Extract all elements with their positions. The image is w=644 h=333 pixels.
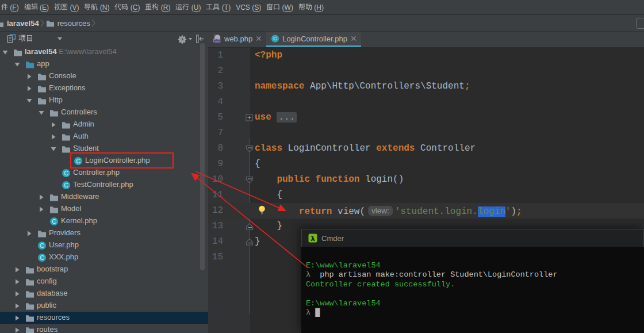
php-class-icon bbox=[37, 241, 47, 250]
tree-item-config[interactable]: config bbox=[0, 275, 208, 288]
menu-item-4[interactable]: (C) bbox=[112, 3, 143, 12]
tab-close-icon[interactable] bbox=[256, 36, 262, 41]
tree-item-testcontroller-php[interactable]: TestController.php bbox=[0, 179, 208, 191]
project-view-dropdown-caret[interactable] bbox=[57, 37, 62, 40]
php-file-icon bbox=[213, 34, 221, 43]
fold-marker-up[interactable] bbox=[246, 223, 254, 230]
tree-collapsed-icon[interactable] bbox=[50, 121, 57, 128]
cmder-terminal-output[interactable]: E:\www\laravel54λ php artisan make:contr… bbox=[301, 247, 644, 333]
tree-expanded-icon[interactable] bbox=[14, 61, 21, 68]
tree-item-public[interactable]: public bbox=[0, 300, 208, 312]
tree-item-app[interactable]: app bbox=[0, 58, 208, 70]
fold-marker-plus[interactable] bbox=[246, 114, 254, 121]
fold-marker-down[interactable] bbox=[246, 176, 254, 183]
code-line-4[interactable]: 4 bbox=[208, 94, 644, 110]
tree-item-label: public bbox=[37, 301, 56, 309]
menu-item-8[interactable]: VCS (S) bbox=[233, 3, 264, 12]
menu-item-9[interactable]: (W) bbox=[264, 3, 296, 12]
tree-item-http[interactable]: Http bbox=[0, 94, 208, 106]
tree-collapsed-icon[interactable] bbox=[14, 290, 21, 297]
tree-collapsed-icon[interactable] bbox=[14, 327, 21, 333]
breadcrumb-item[interactable]: laravel54 bbox=[0, 19, 39, 28]
project-panel-title[interactable] bbox=[18, 35, 33, 43]
menu-item-5[interactable]: (R) bbox=[143, 3, 173, 12]
cmder-title-bar[interactable]: Cmder bbox=[301, 229, 644, 247]
tree-item-resources[interactable]: resources bbox=[0, 312, 208, 324]
tree-collapsed-icon[interactable] bbox=[14, 278, 21, 285]
hide-panel-icon[interactable] bbox=[195, 35, 204, 43]
gear-icon[interactable] bbox=[178, 35, 187, 44]
editor-tab-logincontroller-php[interactable]: LoginController.php bbox=[266, 32, 361, 47]
code-line-11[interactable]: 11 { bbox=[208, 187, 644, 203]
tree-item-laravel54[interactable]: laravel54 E:\www\laravel54 bbox=[0, 46, 208, 58]
menu-item-3[interactable]: (N) bbox=[82, 3, 112, 12]
tree-item-model[interactable]: Model bbox=[0, 203, 208, 215]
code-line-12[interactable]: 12 return view(view:'student.login.login… bbox=[208, 203, 644, 219]
code-line-2[interactable]: 2 bbox=[208, 63, 644, 79]
fold-marker-up[interactable] bbox=[246, 238, 254, 246]
code-line-3[interactable]: 3namespace App\Http\Controllers\Student; bbox=[208, 79, 644, 94]
code-line-7[interactable]: 7 bbox=[208, 125, 644, 141]
tree-item-label: Controller.php bbox=[73, 168, 120, 177]
tree-expanded-icon[interactable] bbox=[50, 146, 57, 152]
code-line-1[interactable]: 1<?php bbox=[208, 48, 644, 63]
breadcrumb-item[interactable]: resources bbox=[46, 19, 90, 28]
gear-dropdown-caret[interactable] bbox=[189, 38, 192, 40]
tree-expanded-icon[interactable] bbox=[26, 97, 33, 104]
tree-item-bootstrap[interactable]: bootstrap bbox=[0, 263, 208, 275]
code-line-9[interactable]: 9{ bbox=[208, 156, 644, 172]
tree-item-kernel-php[interactable]: Kernel.php bbox=[0, 215, 208, 227]
menu-item-10[interactable]: (H) bbox=[296, 3, 326, 12]
code-text: namespace App\Http\Controllers\Student; bbox=[255, 79, 470, 94]
tree-item-console[interactable]: Console bbox=[0, 70, 208, 82]
tree-collapsed-icon[interactable] bbox=[50, 133, 57, 140]
code-line-10[interactable]: 10 public function login() bbox=[208, 172, 644, 187]
folder-icon bbox=[37, 96, 47, 105]
tree-collapsed-icon[interactable] bbox=[14, 315, 21, 321]
tree-item-controller-php[interactable]: Controller.php bbox=[0, 167, 208, 179]
tree-collapsed-icon[interactable] bbox=[26, 73, 33, 80]
code-text: <?php bbox=[255, 48, 282, 63]
tree-item-controllers[interactable]: Controllers bbox=[0, 106, 208, 118]
tab-close-icon[interactable] bbox=[351, 36, 356, 41]
tree-item-label: bootstrap bbox=[37, 265, 68, 273]
tree-item-exceptions[interactable]: Exceptions bbox=[0, 82, 208, 94]
tree-item-database[interactable]: database bbox=[0, 288, 208, 300]
menu-item-0[interactable]: (F) bbox=[0, 3, 21, 12]
tree-collapsed-icon[interactable] bbox=[38, 194, 45, 201]
cmder-logo-icon bbox=[308, 234, 317, 243]
tree-item-providers[interactable]: Providers bbox=[0, 227, 208, 239]
editor-tab-web-php[interactable]: web.php bbox=[208, 32, 266, 47]
php-class-icon bbox=[74, 156, 83, 166]
tree-collapsed-icon[interactable] bbox=[14, 266, 21, 273]
line-number: 12 bbox=[208, 203, 223, 219]
tree-item-label: Http bbox=[49, 95, 63, 104]
menu-item-6[interactable]: (U) bbox=[173, 3, 204, 12]
code-text: return view(view:'student.login.login'); bbox=[255, 203, 522, 220]
menu-item-2[interactable]: (V) bbox=[52, 3, 82, 12]
menu-item-7[interactable]: (T) bbox=[204, 3, 233, 12]
tree-item-user-php[interactable]: User.php bbox=[0, 239, 208, 251]
tree-collapsed-icon[interactable] bbox=[38, 206, 45, 213]
tree-item-logincontroller-php[interactable]: LoginController.php bbox=[0, 155, 208, 167]
code-text: use ... bbox=[255, 110, 297, 125]
tree-item-middleware[interactable]: Middleware bbox=[0, 191, 208, 203]
tree-item-xxx-php[interactable]: XXX.php bbox=[0, 251, 208, 263]
terminal-text: Controller created successfully. bbox=[306, 280, 455, 289]
menu-item-1[interactable]: (E) bbox=[21, 3, 51, 12]
tree-collapsed-icon[interactable] bbox=[26, 85, 33, 92]
toolbar-button-fragment[interactable] bbox=[636, 18, 644, 29]
tree-collapsed-icon[interactable] bbox=[14, 303, 21, 309]
tree-item-routes[interactable]: routes bbox=[0, 324, 208, 333]
code-line-8[interactable]: 8class LoginController extends Controlle… bbox=[208, 141, 644, 156]
tree-expanded-icon[interactable] bbox=[2, 49, 9, 56]
tree-item-student[interactable]: Student bbox=[0, 143, 208, 155]
code-line-5[interactable]: 5use ... bbox=[208, 110, 644, 125]
tree-item-admin[interactable]: Admin bbox=[0, 118, 208, 131]
project-scrollbar-thumb[interactable] bbox=[200, 43, 205, 270]
tree-expanded-icon[interactable] bbox=[38, 109, 45, 116]
tab-label: LoginController.php bbox=[282, 35, 347, 43]
tree-item-auth[interactable]: Auth bbox=[0, 131, 208, 143]
tree-collapsed-icon[interactable] bbox=[26, 230, 33, 237]
fold-marker-down[interactable] bbox=[246, 145, 254, 152]
